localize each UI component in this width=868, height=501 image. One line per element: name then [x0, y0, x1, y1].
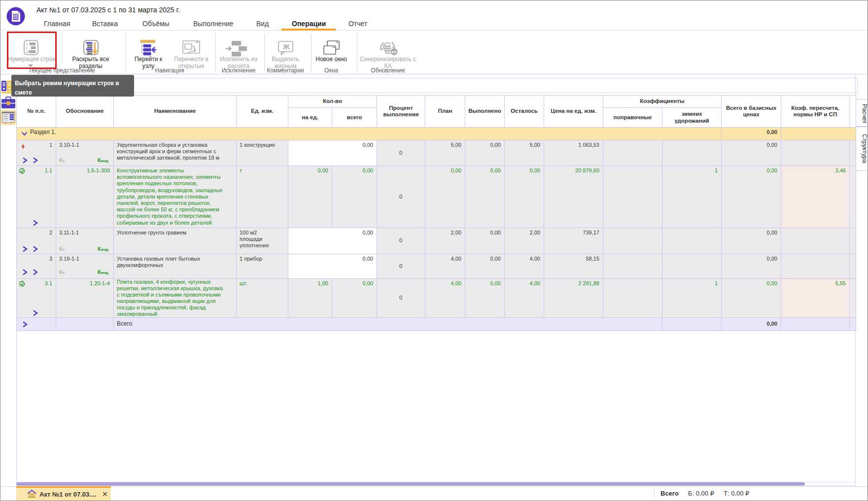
svg-text:КА: КА — [391, 50, 397, 54]
svg-text:Ж: Ж — [282, 42, 290, 51]
